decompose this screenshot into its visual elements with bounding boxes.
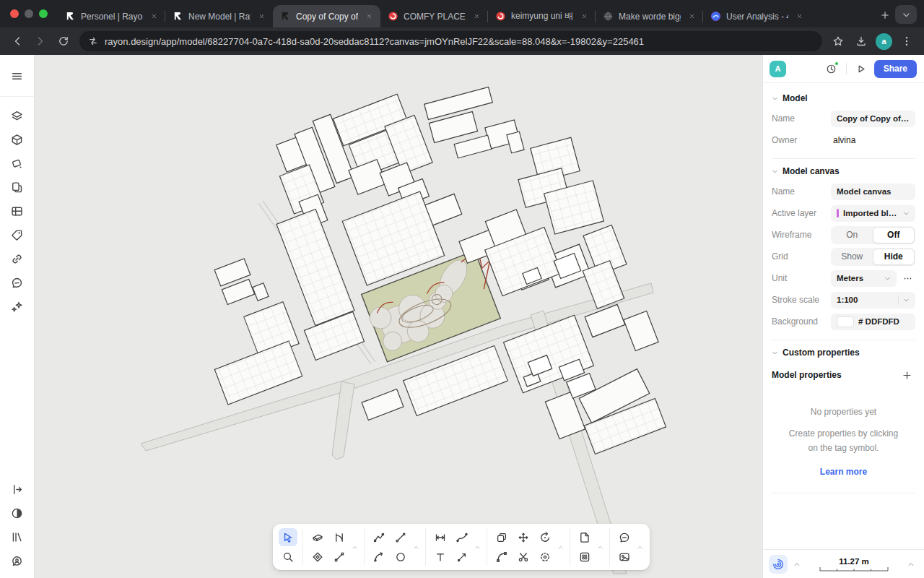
library-icon[interactable] bbox=[6, 526, 28, 548]
site-info-icon[interactable] bbox=[88, 36, 98, 46]
browser-tab-4[interactable]: COMFY PLACE | W bbox=[380, 5, 488, 27]
new-tab-button[interactable] bbox=[875, 5, 895, 25]
circle-tool[interactable] bbox=[391, 548, 410, 566]
browser-tab-7[interactable]: User Analysis - 43 bbox=[703, 5, 811, 27]
image-tool[interactable] bbox=[615, 548, 634, 566]
layout-tool[interactable] bbox=[575, 548, 594, 566]
tool-group-expand-icon[interactable] bbox=[473, 543, 481, 551]
color-swatch[interactable] bbox=[837, 316, 854, 327]
wall-tool[interactable] bbox=[308, 528, 327, 546]
panel-footer: 11.27 m bbox=[763, 549, 924, 578]
wireframe-off-option[interactable]: Off bbox=[873, 227, 915, 243]
layers-icon[interactable] bbox=[6, 105, 28, 126]
duplicate-tool[interactable] bbox=[492, 528, 511, 546]
materials-icon[interactable] bbox=[6, 152, 28, 174]
fillet-tool[interactable] bbox=[492, 548, 511, 566]
present-button[interactable] bbox=[853, 60, 870, 77]
dimension-tool[interactable] bbox=[431, 528, 450, 546]
pages-icon[interactable] bbox=[6, 176, 28, 198]
close-tab-icon[interactable] bbox=[793, 11, 805, 22]
move-tool[interactable] bbox=[514, 528, 533, 546]
tool-group-expand-icon[interactable] bbox=[635, 543, 644, 551]
browser-tab-3[interactable]: Copy of Copy of N bbox=[273, 5, 380, 27]
back-button[interactable] bbox=[7, 31, 27, 51]
comments-icon[interactable] bbox=[6, 272, 28, 293]
downloads-button[interactable] bbox=[851, 31, 871, 51]
theme-toggle-icon[interactable] bbox=[6, 502, 28, 524]
browser-tab-5[interactable]: keimyung uni 배움 bbox=[488, 5, 596, 27]
site-plan-drawing[interactable] bbox=[35, 55, 762, 578]
snapping-button[interactable] bbox=[769, 555, 788, 574]
add-property-button[interactable] bbox=[898, 366, 915, 384]
polyline-tool[interactable] bbox=[370, 528, 388, 546]
door-tool[interactable] bbox=[330, 528, 349, 546]
browser-tab-2[interactable]: New Model | Rayon bbox=[165, 5, 273, 27]
model-section-header[interactable]: Model bbox=[772, 93, 915, 103]
close-tab-icon[interactable] bbox=[686, 11, 697, 22]
text-tool[interactable] bbox=[431, 548, 450, 566]
tool-group-expand-icon[interactable] bbox=[556, 543, 565, 551]
history-button[interactable] bbox=[823, 60, 840, 77]
spline-tool[interactable] bbox=[453, 528, 471, 546]
block-tool[interactable] bbox=[308, 548, 327, 566]
trim-tool[interactable] bbox=[514, 548, 533, 566]
arc-tool[interactable] bbox=[370, 548, 388, 566]
close-tab-icon[interactable] bbox=[471, 11, 482, 22]
menu-icon[interactable] bbox=[6, 65, 28, 87]
chevron-up-icon[interactable] bbox=[905, 558, 917, 570]
line-tool[interactable] bbox=[391, 528, 410, 546]
user-avatar[interactable]: A bbox=[770, 61, 786, 77]
rotate-tool[interactable] bbox=[536, 528, 554, 546]
custom-properties-section-header[interactable]: Custom properties bbox=[772, 348, 915, 358]
active-layer-select[interactable]: Imported blocks bbox=[831, 205, 915, 222]
blocks-icon[interactable] bbox=[6, 129, 28, 150]
share-button[interactable]: Share bbox=[874, 60, 917, 78]
close-tab-icon[interactable] bbox=[578, 11, 590, 22]
unit-more-button[interactable] bbox=[899, 270, 915, 286]
export-icon[interactable] bbox=[6, 478, 28, 500]
unit-select[interactable]: Meters bbox=[831, 270, 897, 287]
close-tab-icon[interactable] bbox=[363, 11, 375, 22]
arrow-tool[interactable] bbox=[453, 548, 471, 566]
browser-tab-6[interactable]: Make worde biggs bbox=[596, 5, 703, 27]
background-color-input[interactable]: # DDFDFD bbox=[831, 314, 915, 330]
close-tab-icon[interactable] bbox=[256, 11, 267, 22]
wireframe-on-option[interactable]: On bbox=[832, 227, 873, 243]
model-canvas-viewport[interactable] bbox=[35, 55, 762, 578]
close-tab-icon[interactable] bbox=[148, 11, 160, 22]
bookmark-star-button[interactable] bbox=[828, 31, 848, 51]
sheet-tool[interactable] bbox=[575, 528, 594, 546]
address-bar[interactable]: rayon.design/app/model/68227704-0a7c-418… bbox=[79, 31, 822, 51]
tab-search-button[interactable] bbox=[895, 5, 917, 24]
tool-group-expand-icon[interactable] bbox=[411, 543, 420, 551]
ai-assistant-icon[interactable] bbox=[6, 296, 28, 317]
stroke-scale-select[interactable]: 1:100 bbox=[831, 292, 915, 309]
grid-hide-option[interactable]: Hide bbox=[873, 249, 915, 265]
close-window-button[interactable] bbox=[10, 9, 19, 18]
browser-tab-1[interactable]: Personel | Rayon bbox=[58, 5, 165, 27]
zoom-tool[interactable] bbox=[279, 548, 297, 566]
minimize-window-button[interactable] bbox=[25, 9, 33, 18]
comment-tool[interactable] bbox=[615, 528, 634, 546]
model-name-input[interactable]: Copy of Copy of New M… bbox=[831, 111, 915, 127]
learn-more-link[interactable]: Learn more bbox=[772, 467, 915, 477]
rotate-array-tool[interactable] bbox=[536, 548, 554, 566]
reload-button[interactable] bbox=[53, 31, 74, 51]
forward-button[interactable] bbox=[30, 31, 51, 51]
links-icon[interactable] bbox=[6, 248, 28, 269]
canvas-name-input[interactable]: Model canvas bbox=[831, 184, 915, 200]
model-canvas-section-header[interactable]: Model canvas bbox=[772, 166, 915, 176]
help-icon[interactable] bbox=[6, 550, 28, 571]
tags-icon[interactable] bbox=[6, 224, 28, 246]
canvas-name-row: Name Model canvas bbox=[772, 181, 915, 202]
grid-show-option[interactable]: Show bbox=[832, 249, 873, 265]
chevron-up-icon[interactable] bbox=[791, 558, 803, 570]
tool-group-expand-icon[interactable] bbox=[596, 543, 604, 551]
section-line-tool[interactable] bbox=[330, 548, 349, 566]
browser-menu-button[interactable] bbox=[897, 31, 917, 51]
tool-group-expand-icon[interactable] bbox=[350, 543, 359, 551]
zoom-window-button[interactable] bbox=[39, 9, 48, 18]
browser-profile-avatar[interactable]: a bbox=[876, 33, 892, 50]
select-tool[interactable] bbox=[279, 528, 297, 546]
tables-icon[interactable] bbox=[6, 200, 28, 222]
